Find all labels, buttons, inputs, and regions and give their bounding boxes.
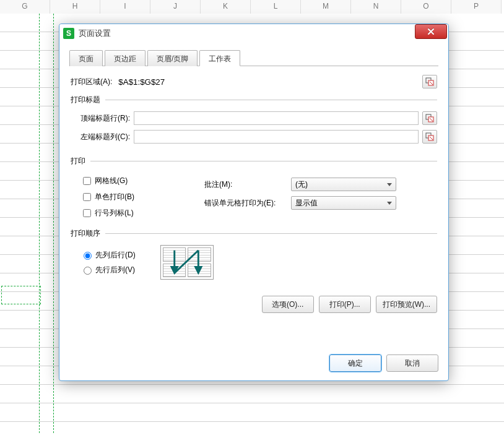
print-button[interactable]: 打印(P)... [319, 296, 371, 313]
app-icon: S [63, 28, 74, 39]
tab-sheet[interactable]: 工作表 [199, 50, 240, 66]
rowcol-label: 行号列标(L) [95, 208, 134, 218]
over-then-down-label: 先行后列(V) [95, 265, 135, 275]
print-order-label: 打印顺序 [71, 228, 100, 239]
comments-label: 批注(M): [204, 179, 291, 190]
column-header[interactable]: N [351, 0, 401, 14]
top-rows-field[interactable] [134, 111, 419, 125]
print-order-illustration [160, 245, 214, 280]
column-headers: GHIJKLMNOP [0, 0, 504, 14]
print-area-label: 打印区域(A): [71, 77, 112, 87]
errors-value: 显示值 [295, 198, 318, 208]
tab-margins[interactable]: 页边距 [105, 50, 146, 66]
tab-header-footer[interactable]: 页眉/页脚 [147, 50, 198, 66]
print-boundary-horizontal [1, 286, 41, 304]
tab-page[interactable]: 页面 [69, 50, 103, 66]
print-titles-label: 打印标题 [71, 95, 100, 105]
column-header[interactable]: I [100, 0, 150, 14]
print-titles-group: 打印标题 顶端标题行(R): 左端标题列(C): [71, 95, 437, 150]
print-order-group: 打印顺序 先列后行(D) 先行后列(V) [71, 228, 437, 281]
column-header[interactable]: H [50, 0, 100, 14]
down-then-over-label: 先列后行(D) [95, 250, 136, 260]
print-options-group: 打印 网格线(G) 单色打印(B) 行号列标(L) 批注(M): [71, 156, 437, 222]
column-header[interactable]: O [401, 0, 451, 14]
top-rows-range-button[interactable] [422, 111, 437, 125]
bw-label: 单色打印(B) [95, 192, 134, 202]
range-select-icon [425, 114, 434, 122]
ok-button[interactable]: 确定 [329, 354, 381, 372]
gridlines-label: 网格线(G) [95, 176, 128, 186]
print-area-field[interactable] [117, 75, 422, 88]
left-cols-range-button[interactable] [422, 130, 437, 144]
page-setup-dialog: S 页面设置 页面 页边距 页眉/页脚 工作表 打印区域(A): [59, 24, 449, 381]
bw-checkbox[interactable] [83, 193, 91, 201]
down-then-over-radio[interactable] [84, 252, 92, 260]
column-header[interactable]: P [451, 0, 502, 14]
grid-row [0, 403, 504, 422]
rowcol-checkbox[interactable] [83, 209, 91, 217]
over-then-down-radio[interactable] [84, 267, 92, 275]
column-header[interactable]: J [150, 0, 201, 14]
comments-combo[interactable]: (无) [291, 178, 396, 191]
close-button[interactable] [415, 24, 447, 39]
grid-row [0, 422, 504, 438]
chevron-down-icon [387, 202, 392, 205]
errors-combo[interactable]: 显示值 [291, 196, 396, 210]
column-header[interactable]: G [0, 0, 50, 14]
titlebar: S 页面设置 [59, 24, 448, 43]
range-select-icon [425, 132, 434, 141]
print-area-range-button[interactable] [422, 75, 437, 88]
column-header[interactable]: L [251, 0, 301, 14]
column-header[interactable]: M [301, 0, 351, 14]
errors-label: 错误单元格打印为(E): [204, 198, 291, 208]
close-icon [427, 28, 435, 35]
print-boundary-vertical [39, 14, 54, 433]
left-cols-field[interactable] [134, 130, 419, 144]
tabs: 页面 页边距 页眉/页脚 工作表 [69, 49, 438, 66]
grid-row [0, 385, 504, 403]
chevron-down-icon [387, 183, 392, 186]
print-preview-button[interactable]: 打印预览(W)... [376, 296, 437, 313]
left-cols-label: 左端标题列(C): [80, 132, 130, 142]
range-select-icon [425, 77, 434, 86]
gridlines-checkbox[interactable] [83, 177, 91, 185]
column-header[interactable]: K [201, 0, 251, 14]
dialog-title: 页面设置 [79, 28, 111, 39]
options-button[interactable]: 选项(O)... [262, 296, 314, 313]
cancel-button[interactable]: 取消 [386, 354, 438, 372]
print-options-label: 打印 [71, 156, 85, 166]
comments-value: (无) [295, 179, 308, 190]
top-rows-label: 顶端标题行(R): [80, 113, 130, 124]
